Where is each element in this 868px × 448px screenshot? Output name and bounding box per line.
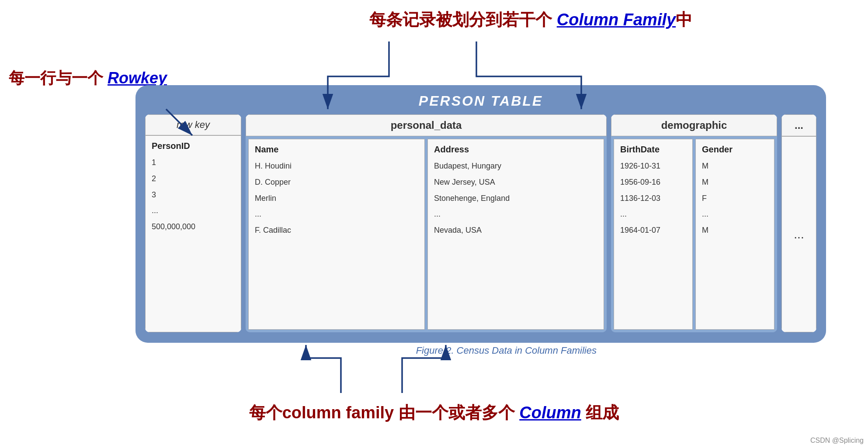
rowkey-value-last: 500,000,000 <box>152 221 235 233</box>
watermark: CSDN @Splicing <box>810 437 864 445</box>
gender-value-last: M <box>702 224 768 237</box>
rowkey-section: row key PersonID 1 2 3 ... 500,000,000 <box>145 114 241 332</box>
address-value-2: New Jersey, USA <box>434 176 597 189</box>
demographic-section: demographic BirthDate 1926-10-31 1956-09… <box>611 114 777 332</box>
name-value-dots: ... <box>255 208 418 221</box>
birthdate-value-dots: ... <box>620 208 686 221</box>
rowkey-value-dots: ... <box>152 204 235 217</box>
name-value-last: F. Cadillac <box>255 224 418 237</box>
demographic-header: demographic <box>611 114 777 136</box>
rowkey-body-cell: PersonID 1 2 3 ... 500,000,000 <box>145 135 241 332</box>
rowkey-value-3: 3 <box>152 189 235 201</box>
birthdate-value-3: 1136-12-03 <box>620 192 686 205</box>
left-annotation-link: Rowkey <box>108 69 167 87</box>
gender-value-1: M <box>702 160 768 172</box>
gender-value-2: M <box>702 176 768 189</box>
rowkey-header: row key <box>145 114 241 135</box>
rowkey-value-1: 1 <box>152 156 235 169</box>
personal-data-section: personal_data Name H. Houdini D. Copper … <box>246 114 607 332</box>
bottom-annotation: 每个column family 由一个或者多个 Column 组成 <box>249 402 619 424</box>
address-value-3: Stonehenge, England <box>434 192 597 205</box>
personal-data-body: Name H. Houdini D. Copper Merlin ... F. … <box>246 136 607 332</box>
name-value-1: H. Houdini <box>255 160 418 172</box>
demographic-body: BirthDate 1926-10-31 1956-09-16 1136-12-… <box>611 136 777 332</box>
bottom-annotation-prefix: 每个column family 由一个或者多个 <box>249 403 520 422</box>
birthdate-value-last: 1964-01-07 <box>620 224 686 237</box>
top-annotation-prefix: 每条记录被划分到若干个 <box>369 10 557 29</box>
dots-body: ... <box>781 136 816 332</box>
dots-value: ... <box>794 227 804 241</box>
name-value-2: D. Copper <box>255 176 418 189</box>
dots-section: ... ... <box>781 114 816 332</box>
address-header: Address <box>434 145 597 155</box>
birthdate-value-2: 1956-09-16 <box>620 176 686 189</box>
top-annotation-link: Column Family <box>557 10 676 29</box>
address-value-dots: ... <box>434 208 597 221</box>
address-subcol: Address Budapest, Hungary New Jersey, US… <box>427 139 604 330</box>
birthdate-header: BirthDate <box>620 145 686 155</box>
address-value-1: Budapest, Hungary <box>434 160 597 172</box>
person-table: PERSON TABLE row key PersonID 1 2 3 ... … <box>135 85 826 343</box>
gender-value-3: F <box>702 192 768 205</box>
gender-subcol: Gender M M F ... M <box>695 139 774 330</box>
bottom-annotation-suffix: 组成 <box>581 403 619 422</box>
top-annotation: 每条记录被划分到若干个 Column Family中 <box>369 9 692 31</box>
address-value-last: Nevada, USA <box>434 224 597 237</box>
name-header: Name <box>255 145 418 155</box>
table-title: PERSON TABLE <box>145 93 816 109</box>
bottom-annotation-link: Column <box>519 403 581 422</box>
left-annotation-prefix: 每一行与一个 <box>9 69 108 87</box>
birthdate-subcol: BirthDate 1926-10-31 1956-09-16 1136-12-… <box>614 139 693 330</box>
rowkey-col-header: PersonID <box>152 141 235 151</box>
birthdate-value-1: 1926-10-31 <box>620 160 686 172</box>
personal-data-header: personal_data <box>246 114 607 136</box>
rowkey-values: PersonID 1 2 3 ... 500,000,000 <box>152 141 235 327</box>
gender-value-dots: ... <box>702 208 768 221</box>
top-annotation-suffix: 中 <box>676 10 692 29</box>
dots-col-header: ... <box>781 114 816 136</box>
name-value-3: Merlin <box>255 192 418 205</box>
gender-header: Gender <box>702 145 768 155</box>
table-content: row key PersonID 1 2 3 ... 500,000,000 p… <box>145 114 816 332</box>
figure-caption: Figure 2. Census Data in Column Families <box>416 345 597 356</box>
rowkey-value-2: 2 <box>152 172 235 185</box>
name-subcol: Name H. Houdini D. Copper Merlin ... F. … <box>248 139 425 330</box>
